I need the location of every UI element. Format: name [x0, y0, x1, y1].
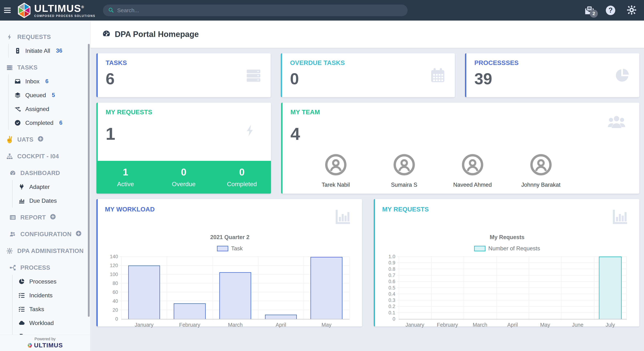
top-bar: ULTIMUS® COMPOSED PROCESS SOLUTIONS 2 ?: [0, 0, 644, 21]
completed-stat: 0 Completed: [213, 161, 271, 194]
overdue-label: Overdue: [154, 181, 213, 188]
x-axis-label: April: [507, 322, 518, 328]
search-icon: [108, 7, 114, 14]
sidebar-section-label: UATS: [17, 136, 34, 143]
sidebar-section-report[interactable]: REPORT: [0, 211, 90, 224]
sidebar-section-cockpit-i04[interactable]: COCKPIT - I04: [0, 149, 90, 163]
sidebar-scrollbar[interactable]: [88, 44, 90, 317]
sidebar-item-due-dates[interactable]: Due Dates: [12, 194, 90, 208]
y-axis-tick: 0.8: [382, 266, 396, 272]
y-axis-tick: 120: [105, 263, 118, 268]
plus-circle-icon[interactable]: [50, 214, 56, 221]
y-axis-tick: 60: [105, 289, 118, 295]
chart-title: 2021 Quarter 2: [105, 234, 355, 241]
my-requests-card[interactable]: MY REQUESTS 1 1 Active 0 Overdue: [96, 103, 271, 194]
brand-logo[interactable]: ULTIMUS® COMPOSED PROCESS SOLUTIONS: [17, 2, 95, 18]
sidebar-item-completed[interactable]: Completed6: [8, 116, 90, 130]
sidebar-item-inbox[interactable]: Inbox6: [8, 74, 90, 88]
sidebar-section-label: REPORT: [20, 214, 46, 221]
page-header: DPA Portal Homepage: [90, 21, 644, 48]
hamburger-menu-icon[interactable]: [4, 8, 12, 13]
my-team-card[interactable]: MY TEAM 4 Tarek NabilSumaira SNaveed Ahm…: [281, 103, 639, 194]
server-icon: [6, 64, 13, 71]
sidebar-section-dpa-administration[interactable]: DPA ADMINISTRATION: [0, 244, 90, 258]
x-axis-label: January: [135, 322, 154, 328]
member-name: Tarek Nabil: [322, 182, 350, 188]
sidebar-item-processes[interactable]: Processes: [12, 275, 90, 288]
my-workload-title: MY WORKLOAD: [105, 206, 355, 213]
server-icon: [245, 67, 262, 84]
sidebar-item-workload[interactable]: Workload: [12, 316, 90, 330]
sidebar-item-initiate-all[interactable]: Initiate All36: [8, 44, 90, 58]
page-title: DPA Portal Homepage: [115, 30, 199, 39]
tasks-icon: [18, 306, 25, 312]
messages-button[interactable]: 2: [584, 5, 594, 16]
legend-swatch: [474, 246, 486, 251]
brand-tagline: COMPOSED PROCESS SOLUTIONS: [34, 15, 95, 18]
users-gear-icon: [9, 231, 16, 237]
x-axis-label: March: [473, 322, 488, 328]
sidebar-section-label: DPA ADMINISTRATION: [17, 247, 84, 254]
search-bar[interactable]: [103, 5, 408, 16]
plus-circle-icon[interactable]: [76, 230, 82, 238]
sitemap-icon: [6, 153, 13, 160]
tasks-icon: [18, 292, 25, 299]
cloud-icon: [18, 320, 25, 326]
sidebar-section-tasks[interactable]: TASKS: [0, 61, 90, 74]
my-workload-chart-card[interactable]: MY WORKLOAD 2021 Quarter 2Task0204060801…: [96, 199, 362, 326]
overdue-stat: 0 Overdue: [154, 161, 213, 194]
check-circle-icon: [14, 120, 21, 126]
sidebar-section-label: PROCESS: [20, 264, 50, 271]
settings-button[interactable]: [626, 5, 637, 16]
y-axis-tick: 0.2: [382, 304, 396, 309]
sidebar-section-configuration[interactable]: CONFIGURATION: [0, 227, 90, 241]
x-axis-label: February: [179, 322, 200, 328]
sidebar-item-label: Adapter: [29, 184, 50, 190]
sidebar-section-process[interactable]: PROCESS: [0, 261, 90, 275]
search-input[interactable]: [117, 7, 402, 14]
sidebar-section-dashboard[interactable]: DASHBOARD: [0, 166, 90, 180]
overdue-tasks-card-value: 0: [290, 71, 447, 87]
chart-legend: Number of Requests: [382, 245, 632, 252]
processes-card[interactable]: PROCESSSES 39: [465, 53, 639, 97]
bar-february: [174, 303, 206, 319]
sidebar-section-label: COCKPIT - I04: [17, 153, 59, 160]
traffic-light-icon: [14, 48, 21, 54]
my-requests-chart-card[interactable]: MY REQUESTS My RequestsNumber of Request…: [374, 199, 640, 326]
plot-area: 020406080100120140JanuaryFebruaryMarchAp…: [121, 257, 349, 319]
legend-label: Task: [231, 245, 243, 252]
processes-card-value: 39: [474, 71, 631, 87]
tasks-card[interactable]: TASKS 6: [96, 53, 270, 97]
sidebar-section-label: CONFIGURATION: [20, 231, 72, 238]
gauge-icon: [9, 170, 16, 176]
member-name: Sumaira S: [391, 182, 418, 188]
sidebar-section-uats[interactable]: ✌UATS: [0, 133, 90, 146]
overdue-tasks-card[interactable]: OVERDUE TASKS 0: [281, 53, 455, 97]
y-axis-tick: 0.7: [382, 272, 396, 278]
sidebar-item-label: Queued: [25, 92, 46, 99]
sidebar-group-dashboard: AdapterDue Dates: [12, 180, 90, 208]
shuffle-icon: [14, 106, 21, 112]
member-name: Johnny Barakat: [521, 182, 560, 188]
x-axis-label: March: [228, 322, 242, 328]
y-axis-tick: 140: [105, 254, 118, 259]
sidebar-item-queued[interactable]: Queued5: [8, 88, 90, 102]
y-axis-tick: 40: [105, 298, 118, 304]
sidebar-item-label: Workload: [29, 320, 54, 326]
sidebar-section-requests[interactable]: REQUESTS: [0, 30, 90, 44]
plus-circle-icon[interactable]: [38, 136, 44, 143]
y-axis-tick: 0.9: [382, 260, 396, 266]
y-axis-tick: 0: [105, 316, 118, 322]
avatar: [462, 154, 483, 176]
powered-by-label: Powered by: [34, 337, 56, 341]
ultimus-hex-logo-icon: [17, 2, 31, 18]
sidebar-item-assigned[interactable]: Assigned: [8, 102, 90, 116]
sidebar-item-adapter[interactable]: Adapter: [12, 180, 90, 194]
sidebar-item-label: Due Dates: [29, 197, 57, 204]
dashboard-icon: [102, 30, 111, 39]
x-axis-label: January: [406, 322, 424, 328]
legend-label: Number of Requests: [488, 245, 540, 252]
sidebar-item-tasks[interactable]: Tasks: [12, 302, 90, 316]
help-button[interactable]: ?: [606, 6, 615, 15]
sidebar-item-incidents[interactable]: Incidents: [12, 288, 90, 302]
